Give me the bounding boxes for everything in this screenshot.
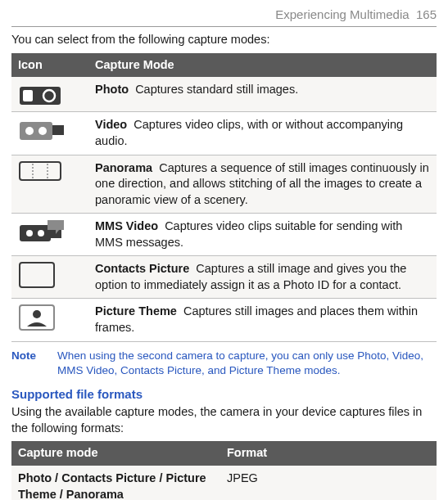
table-header-row: Capture mode Format	[11, 441, 437, 466]
page-header: Experiencing Multimedia 165	[11, 7, 437, 27]
svg-rect-3	[20, 122, 52, 140]
svg-point-11	[26, 230, 33, 236]
svg-rect-14	[20, 263, 54, 287]
col-format-header: Format	[220, 441, 437, 466]
mode-name: Contacts Picture	[95, 262, 189, 275]
icon-cell	[11, 155, 88, 214]
table-row: MMS Video Captures video clips suitable …	[11, 214, 437, 256]
mode-name: Panorama	[95, 161, 152, 174]
intro-text: You can select from the following captur…	[11, 32, 437, 48]
mms-video-mode-icon	[18, 218, 67, 243]
video-mode-icon	[18, 117, 67, 142]
svg-rect-7	[20, 162, 61, 180]
svg-point-4	[25, 127, 34, 135]
note-block: Note When using the second camera to cap…	[11, 349, 437, 378]
col-mode-header: Capture Mode	[88, 53, 437, 78]
picture-theme-mode-icon	[18, 304, 56, 331]
col-icon-header: Icon	[11, 53, 88, 78]
svg-point-12	[38, 230, 44, 236]
section-body: Using the available capture modes, the c…	[11, 404, 437, 436]
col-mode-header: Capture mode	[11, 441, 220, 466]
icon-cell	[11, 112, 88, 155]
svg-rect-6	[52, 125, 64, 135]
icon-cell	[11, 256, 88, 299]
icon-cell	[11, 214, 88, 256]
panorama-mode-icon	[18, 160, 62, 182]
svg-point-16	[33, 310, 41, 318]
mode-desc: Captures video clips, with or without ac…	[95, 118, 403, 147]
table-header-row: Icon Capture Mode	[11, 53, 437, 78]
section-title: Supported file formats	[11, 386, 437, 403]
icon-cell	[11, 77, 88, 112]
formats-table: Capture mode Format Photo / Contacts Pic…	[11, 441, 437, 500]
header-section: Experiencing Multimedia	[275, 7, 409, 21]
table-row: Photo / Contacts Picture / Picture Theme…	[11, 466, 437, 500]
header-page: 165	[416, 7, 437, 21]
photo-mode-icon	[18, 82, 62, 106]
note-label: Note	[11, 349, 48, 378]
mode-name: MMS Video	[95, 219, 158, 232]
format-value: JPEG	[220, 466, 437, 500]
table-row: Contacts Picture Captures a still image …	[11, 256, 437, 299]
mode-desc: Captures standard still images.	[135, 83, 298, 96]
mode-name: Photo	[95, 83, 129, 96]
note-text: When using the second camera to capture,…	[57, 349, 437, 378]
table-row: Panorama Captures a sequence of still im…	[11, 155, 437, 214]
table-row: Picture Theme Captures still images and …	[11, 299, 437, 341]
svg-rect-1	[23, 90, 33, 101]
table-row: Video Captures video clips, with or with…	[11, 112, 437, 155]
mode-name: Video	[95, 118, 127, 131]
format-mode: Photo / Contacts Picture / Picture Theme…	[11, 466, 220, 500]
svg-point-5	[38, 127, 47, 135]
contacts-picture-mode-icon	[18, 261, 56, 289]
icon-cell	[11, 299, 88, 341]
table-row: Photo Captures standard still images.	[11, 77, 437, 112]
svg-rect-10	[20, 225, 51, 241]
mode-name: Picture Theme	[95, 304, 177, 318]
capture-modes-table: Icon Capture Mode Photo Captures standar…	[11, 53, 437, 342]
